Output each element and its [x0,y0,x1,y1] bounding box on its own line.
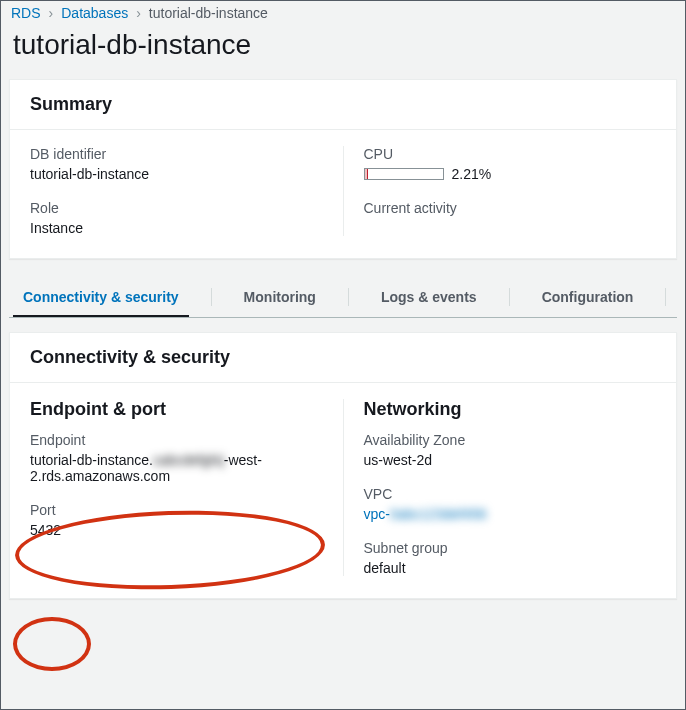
subnet-group-value: default [364,560,657,576]
vpc-obscured: 0abc123def456 [390,506,487,522]
tabs: Connectivity & security Monitoring Logs … [9,277,677,318]
page-title: tutorial-db-instance [1,21,685,79]
connectivity-heading: Connectivity & security [30,347,656,368]
db-identifier-label: DB identifier [30,146,323,162]
vpc-label: VPC [364,486,657,502]
tab-configuration[interactable]: Configuration [538,277,638,317]
tab-separator [348,288,349,306]
current-activity-label: Current activity [364,200,657,216]
port-value: 5432 [30,522,323,538]
connectivity-panel: Connectivity & security Endpoint & port … [9,332,677,599]
tab-separator [509,288,510,306]
chevron-right-icon: › [49,5,54,21]
networking-heading: Networking [364,399,657,432]
endpoint-value: tutorial-db-instance.cabcdefghij-west-2.… [30,452,323,484]
tab-connectivity[interactable]: Connectivity & security [19,277,183,317]
tab-separator [665,288,666,306]
breadcrumb: RDS › Databases › tutorial-db-instance [1,1,685,21]
subnet-group-label: Subnet group [364,540,657,556]
tab-monitoring[interactable]: Monitoring [240,277,320,317]
cpu-value-row: 2.21% [364,166,657,182]
breadcrumb-rds[interactable]: RDS [11,5,41,21]
az-label: Availability Zone [364,432,657,448]
chevron-right-icon: › [136,5,141,21]
breadcrumb-databases[interactable]: Databases [61,5,128,21]
endpoint-port-heading: Endpoint & port [30,399,323,432]
role-label: Role [30,200,323,216]
role-value: Instance [30,220,323,236]
summary-heading: Summary [30,94,656,115]
annotation-port-circle-icon [13,617,91,671]
breadcrumb-current: tutorial-db-instance [149,5,268,21]
cpu-label: CPU [364,146,657,162]
tab-separator [211,288,212,306]
tab-logs[interactable]: Logs & events [377,277,481,317]
cpu-bar-icon [364,168,444,180]
vpc-link[interactable]: vpc-0abc123def456 [364,506,657,522]
endpoint-obscured: cabcdefghij [153,452,224,468]
cpu-value: 2.21% [452,166,492,182]
summary-panel: Summary DB identifier tutorial-db-instan… [9,79,677,259]
port-label: Port [30,502,323,518]
az-value: us-west-2d [364,452,657,468]
db-identifier-value: tutorial-db-instance [30,166,323,182]
endpoint-label: Endpoint [30,432,323,448]
